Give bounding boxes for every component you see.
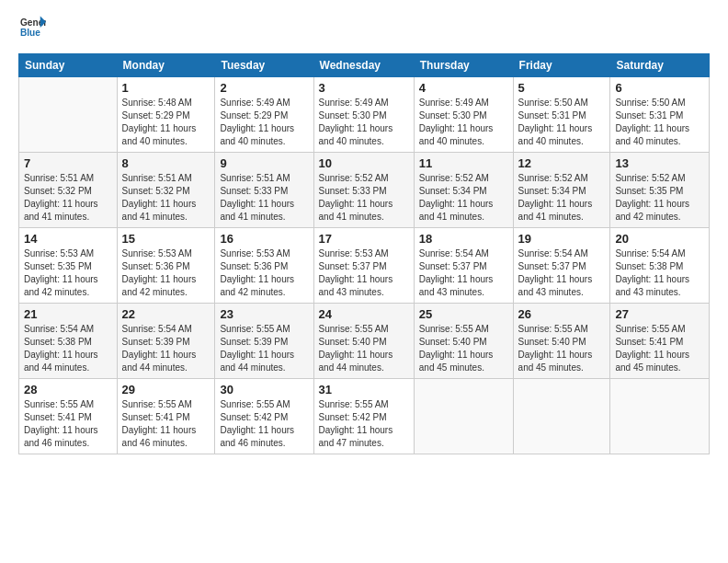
calendar-cell [610, 379, 710, 454]
day-number: 21 [24, 307, 112, 321]
day-info: Sunrise: 5:55 AMSunset: 5:42 PMDaylight:… [220, 398, 308, 450]
calendar-cell: 3Sunrise: 5:49 AMSunset: 5:30 PMDaylight… [313, 77, 414, 153]
day-info: Sunrise: 5:50 AMSunset: 5:31 PMDaylight:… [615, 97, 704, 148]
calendar-cell: 31Sunrise: 5:55 AMSunset: 5:42 PMDayligh… [313, 379, 414, 454]
day-header-monday: Monday [117, 54, 215, 77]
day-number: 9 [220, 156, 308, 170]
day-number: 25 [419, 307, 508, 321]
day-info: Sunrise: 5:55 AMSunset: 5:39 PMDaylight:… [220, 323, 308, 374]
day-info: Sunrise: 5:54 AMSunset: 5:38 PMDaylight:… [615, 247, 704, 299]
day-number: 2 [220, 81, 308, 95]
svg-text:Blue: Blue [20, 28, 40, 38]
day-number: 18 [419, 232, 508, 246]
day-info: Sunrise: 5:53 AMSunset: 5:36 PMDaylight:… [220, 247, 308, 299]
day-info: Sunrise: 5:53 AMSunset: 5:37 PMDaylight:… [319, 247, 409, 299]
calendar-cell: 5Sunrise: 5:50 AMSunset: 5:31 PMDaylight… [513, 77, 610, 153]
day-number: 13 [615, 156, 704, 170]
calendar-cell: 9Sunrise: 5:51 AMSunset: 5:33 PMDaylight… [215, 153, 313, 228]
day-info: Sunrise: 5:55 AMSunset: 5:40 PMDaylight:… [419, 323, 508, 374]
calendar-cell: 2Sunrise: 5:49 AMSunset: 5:29 PMDaylight… [215, 77, 313, 153]
calendar-week-row: 1Sunrise: 5:48 AMSunset: 5:29 PMDaylight… [19, 77, 710, 153]
day-number: 5 [518, 81, 606, 95]
calendar-cell: 12Sunrise: 5:52 AMSunset: 5:34 PMDayligh… [513, 153, 610, 228]
day-info: Sunrise: 5:52 AMSunset: 5:35 PMDaylight:… [615, 172, 704, 224]
day-number: 10 [319, 156, 409, 170]
day-info: Sunrise: 5:49 AMSunset: 5:29 PMDaylight:… [220, 97, 308, 148]
day-number: 28 [24, 383, 112, 396]
day-info: Sunrise: 5:49 AMSunset: 5:30 PMDaylight:… [419, 97, 508, 148]
calendar-cell: 4Sunrise: 5:49 AMSunset: 5:30 PMDaylight… [414, 77, 513, 153]
day-number: 27 [615, 307, 704, 321]
calendar-week-row: 14Sunrise: 5:53 AMSunset: 5:35 PMDayligh… [19, 228, 710, 304]
day-header-sunday: Sunday [19, 54, 118, 77]
calendar-week-row: 28Sunrise: 5:55 AMSunset: 5:41 PMDayligh… [19, 379, 710, 454]
calendar-cell: 10Sunrise: 5:52 AMSunset: 5:33 PMDayligh… [313, 153, 414, 228]
day-info: Sunrise: 5:49 AMSunset: 5:30 PMDaylight:… [319, 97, 409, 148]
calendar-cell [19, 77, 118, 153]
calendar-cell: 6Sunrise: 5:50 AMSunset: 5:31 PMDaylight… [610, 77, 710, 153]
day-info: Sunrise: 5:55 AMSunset: 5:41 PMDaylight:… [615, 323, 704, 374]
day-header-tuesday: Tuesday [215, 54, 313, 77]
day-number: 11 [419, 156, 508, 170]
day-number: 15 [122, 232, 210, 246]
header: General Blue [18, 15, 710, 44]
day-info: Sunrise: 5:51 AMSunset: 5:32 PMDaylight:… [122, 172, 210, 224]
calendar-page: General Blue SundayMondayTuesdayWednesda… [0, 0, 728, 563]
calendar-table: SundayMondayTuesdayWednesdayThursdayFrid… [18, 53, 710, 454]
day-number: 14 [24, 232, 112, 246]
day-number: 29 [122, 383, 210, 396]
calendar-cell: 13Sunrise: 5:52 AMSunset: 5:35 PMDayligh… [610, 153, 710, 228]
calendar-cell: 11Sunrise: 5:52 AMSunset: 5:34 PMDayligh… [414, 153, 513, 228]
day-number: 6 [615, 81, 704, 95]
day-number: 4 [419, 81, 508, 95]
day-number: 23 [220, 307, 308, 321]
calendar-cell: 16Sunrise: 5:53 AMSunset: 5:36 PMDayligh… [215, 228, 313, 304]
day-header-friday: Friday [513, 54, 610, 77]
day-info: Sunrise: 5:55 AMSunset: 5:41 PMDaylight:… [24, 398, 112, 450]
calendar-cell: 17Sunrise: 5:53 AMSunset: 5:37 PMDayligh… [313, 228, 414, 304]
calendar-cell: 20Sunrise: 5:54 AMSunset: 5:38 PMDayligh… [610, 228, 710, 304]
calendar-cell: 24Sunrise: 5:55 AMSunset: 5:40 PMDayligh… [313, 304, 414, 379]
day-info: Sunrise: 5:52 AMSunset: 5:34 PMDaylight:… [518, 172, 606, 224]
day-number: 16 [220, 232, 308, 246]
day-info: Sunrise: 5:50 AMSunset: 5:31 PMDaylight:… [518, 97, 606, 148]
calendar-cell: 14Sunrise: 5:53 AMSunset: 5:35 PMDayligh… [19, 228, 118, 304]
calendar-cell: 18Sunrise: 5:54 AMSunset: 5:37 PMDayligh… [414, 228, 513, 304]
day-number: 20 [615, 232, 704, 246]
calendar-cell: 21Sunrise: 5:54 AMSunset: 5:38 PMDayligh… [19, 304, 118, 379]
day-number: 24 [319, 307, 409, 321]
day-number: 17 [319, 232, 409, 246]
calendar-cell: 19Sunrise: 5:54 AMSunset: 5:37 PMDayligh… [513, 228, 610, 304]
day-number: 1 [122, 81, 210, 95]
calendar-cell: 26Sunrise: 5:55 AMSunset: 5:40 PMDayligh… [513, 304, 610, 379]
calendar-cell [414, 379, 513, 454]
calendar-cell: 27Sunrise: 5:55 AMSunset: 5:41 PMDayligh… [610, 304, 710, 379]
calendar-cell: 25Sunrise: 5:55 AMSunset: 5:40 PMDayligh… [414, 304, 513, 379]
day-info: Sunrise: 5:54 AMSunset: 5:37 PMDaylight:… [518, 247, 606, 299]
calendar-cell: 7Sunrise: 5:51 AMSunset: 5:32 PMDaylight… [19, 153, 118, 228]
day-number: 7 [24, 156, 112, 170]
day-number: 12 [518, 156, 606, 170]
day-info: Sunrise: 5:53 AMSunset: 5:35 PMDaylight:… [24, 247, 112, 299]
day-header-wednesday: Wednesday [313, 54, 414, 77]
calendar-week-row: 7Sunrise: 5:51 AMSunset: 5:32 PMDaylight… [19, 153, 710, 228]
calendar-cell: 29Sunrise: 5:55 AMSunset: 5:41 PMDayligh… [117, 379, 215, 454]
day-info: Sunrise: 5:52 AMSunset: 5:34 PMDaylight:… [419, 172, 508, 224]
day-info: Sunrise: 5:55 AMSunset: 5:40 PMDaylight:… [518, 323, 606, 374]
day-number: 19 [518, 232, 606, 246]
day-number: 8 [122, 156, 210, 170]
day-number: 31 [319, 383, 409, 396]
calendar-week-row: 21Sunrise: 5:54 AMSunset: 5:38 PMDayligh… [19, 304, 710, 379]
day-info: Sunrise: 5:48 AMSunset: 5:29 PMDaylight:… [122, 97, 210, 148]
day-info: Sunrise: 5:54 AMSunset: 5:39 PMDaylight:… [122, 323, 210, 374]
day-header-saturday: Saturday [610, 54, 710, 77]
day-info: Sunrise: 5:55 AMSunset: 5:42 PMDaylight:… [319, 398, 409, 450]
day-info: Sunrise: 5:55 AMSunset: 5:41 PMDaylight:… [122, 398, 210, 450]
calendar-cell [513, 379, 610, 454]
day-info: Sunrise: 5:51 AMSunset: 5:33 PMDaylight:… [220, 172, 308, 224]
calendar-cell: 1Sunrise: 5:48 AMSunset: 5:29 PMDaylight… [117, 77, 215, 153]
logo-icon: General Blue [20, 15, 46, 40]
calendar-cell: 15Sunrise: 5:53 AMSunset: 5:36 PMDayligh… [117, 228, 215, 304]
calendar-cell: 22Sunrise: 5:54 AMSunset: 5:39 PMDayligh… [117, 304, 215, 379]
calendar-cell: 23Sunrise: 5:55 AMSunset: 5:39 PMDayligh… [215, 304, 313, 379]
